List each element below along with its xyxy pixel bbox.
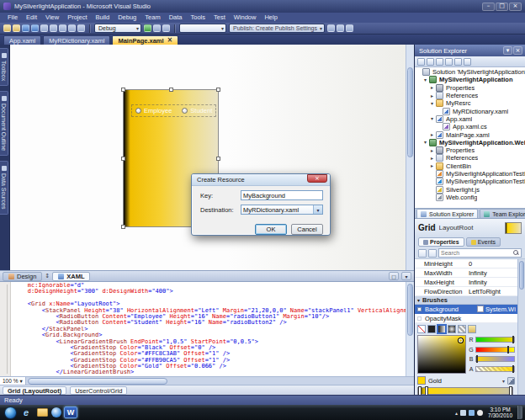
collapse-pane-icon[interactable]: ▾ (401, 272, 411, 280)
code-line[interactable]: <GradientStop Color="Gold" Offset="0.066… (13, 364, 406, 369)
background-property-row[interactable]: Background System.Wind (415, 305, 517, 314)
editor-horizontal-scrollbar[interactable] (26, 377, 414, 385)
cut-icon[interactable] (40, 24, 48, 32)
editor-vertical-scrollbar[interactable] (406, 282, 414, 376)
resize-handle[interactable] (216, 88, 220, 92)
breadcrumb-path[interactable]: UserControl/Grid (70, 386, 127, 395)
opacitymask-property-row[interactable]: OpacityMask (415, 314, 517, 323)
expand-icon[interactable]: ▸ (429, 156, 435, 161)
close-button[interactable]: × (509, 3, 522, 11)
slider-thumb[interactable] (507, 346, 509, 354)
show-desktop-button[interactable] (517, 406, 522, 419)
open-file-icon[interactable] (13, 24, 20, 32)
autohide-tab-toolbox[interactable]: Toolbox (0, 48, 8, 86)
scrollbar-thumb[interactable] (28, 378, 167, 385)
code-line[interactable]: <Grid.Background> (13, 332, 406, 338)
menu-item-team[interactable]: Team (141, 13, 164, 23)
color-field[interactable] (417, 335, 466, 374)
brush-resource-icon[interactable] (468, 325, 476, 333)
property-value[interactable]: 0 (469, 260, 516, 268)
dialog-title-bar[interactable]: Create Resource × (192, 174, 330, 186)
doc-tab-mainpage-xaml[interactable]: MainPage.xaml× (112, 35, 178, 45)
key-input[interactable] (241, 190, 323, 200)
brushes-category[interactable]: ▾ Brushes (415, 296, 517, 305)
tree-item-app-xaml[interactable]: ▾App.xaml (415, 115, 525, 123)
platform-combo[interactable]: ▾ (179, 24, 226, 33)
categorize-icon[interactable] (418, 249, 427, 258)
tab-team-explorer[interactable]: Team Explorer (480, 209, 525, 218)
property-row-minheight[interactable]: MinHeight0 (415, 259, 517, 268)
design-surface[interactable]: Employee Student Create Resource × Key: (9, 45, 406, 270)
menu-item-help[interactable]: Help (260, 13, 281, 23)
ok-button[interactable]: OK (255, 224, 287, 235)
resize-handle[interactable] (216, 157, 220, 161)
tree-item-app-xaml-cs[interactable]: App.xaml.cs (415, 123, 525, 130)
property-marker-icon[interactable] (417, 316, 422, 321)
menu-item-test[interactable]: Test (209, 13, 230, 23)
copy-icon[interactable] (50, 24, 57, 32)
properties-icon[interactable] (464, 58, 471, 66)
tab-design[interactable]: Design (3, 272, 42, 281)
code-line[interactable]: <GradientStop Color="#FFB90CA5" Offset="… (13, 358, 406, 364)
code-line[interactable]: <RadioButton Content="Student" Height="1… (13, 320, 406, 326)
xaml-editor[interactable]: mc:Ignorable="d" d:DesignHeight="300" d:… (0, 281, 414, 376)
design-vertical-scrollbar[interactable] (406, 45, 414, 270)
property-value[interactable]: LeftToRight (469, 288, 516, 295)
collapse-icon[interactable]: ▾ (429, 116, 435, 121)
destination-combo[interactable]: MyRDictionary.xaml▾ (241, 205, 323, 215)
taskbar-clock[interactable]: 3:10 PM 7/30/2010 (485, 407, 515, 419)
refresh-icon[interactable] (436, 58, 443, 66)
menu-item-debug[interactable]: Debug (114, 13, 141, 23)
radio-employee[interactable]: Employee (135, 107, 172, 114)
property-marker-icon[interactable] (417, 307, 422, 311)
tree-item-myrdictionary-xaml[interactable]: MyRDictionary.xaml (415, 107, 525, 114)
maximize-button[interactable]: □ (496, 3, 508, 11)
null-brush-icon[interactable] (417, 325, 426, 333)
collapse-icon[interactable]: ▾ (422, 77, 428, 82)
sort-alpha-icon[interactable] (428, 249, 437, 258)
channel-g-slider[interactable] (475, 347, 515, 353)
toolbox-icon[interactable] (346, 24, 353, 32)
stack-panel[interactable]: Employee Student (132, 105, 215, 116)
undo-icon[interactable] (68, 24, 76, 32)
expand-icon[interactable]: ▸ (429, 93, 435, 98)
brush-preview-swatch[interactable] (505, 222, 522, 234)
break-all-icon[interactable] (153, 24, 161, 32)
gradient-stops-bar[interactable] (417, 387, 513, 395)
expand-icon[interactable]: ▸ (429, 85, 435, 90)
code-line[interactable]: </LinearGradientBrush> (13, 369, 406, 375)
stop-debug-icon[interactable] (162, 24, 170, 32)
code-line[interactable]: <LinearGradientBrush EndPoint="1,0.5" St… (13, 339, 406, 345)
paste-icon[interactable] (59, 24, 66, 32)
property-value[interactable]: Infinity (469, 279, 516, 286)
publish-combo[interactable]: Publish: Create Publish Settings▾ (229, 24, 325, 33)
breadcrumb-element[interactable]: Grid (LayoutRoot) (3, 386, 66, 395)
doc-tab-myrdictionary-xaml[interactable]: MyRDictionary.xaml (43, 35, 110, 45)
code-line[interactable]: <GradientStop Color="Black" Offset="0" /… (13, 345, 406, 351)
radio-student[interactable]: Student (182, 107, 212, 114)
menu-item-file[interactable]: File (3, 13, 22, 23)
code-line[interactable]: <GradientStop Color="#FFC8C3AB" Offset="… (13, 351, 406, 357)
zoom-combo[interactable]: 100 %▾ (0, 377, 26, 385)
tree-item-mainpage-xaml[interactable]: ▸MainPage.xaml (415, 130, 525, 138)
color-dropdown-icon[interactable]: ▾ (502, 378, 505, 384)
title-bar[interactable]: MySilverlightApplication - Microsoft Vis… (0, 0, 525, 13)
start-button[interactable] (4, 407, 17, 419)
view-code-icon[interactable] (445, 58, 453, 66)
code-line[interactable]: <RadioButton Content="Employee" Height="… (13, 314, 406, 320)
slider-thumb[interactable] (512, 336, 514, 343)
code-line[interactable]: <StackPanel Height="38" HorizontalAlignm… (13, 308, 406, 314)
tree-item-references[interactable]: ▸References (415, 92, 525, 99)
tray-icon-3[interactable] (477, 410, 483, 416)
tree-item-mysilverlightapplication-web[interactable]: ▾MySilverlightApplication.Web (415, 139, 525, 146)
properties-window-icon[interactable] (337, 24, 344, 32)
taskbar-ie-icon[interactable]: e (19, 407, 33, 418)
tree-item-web-config[interactable]: Web.config (415, 194, 525, 201)
tray-icon-1[interactable] (460, 410, 466, 416)
resize-handle[interactable] (121, 225, 125, 229)
property-row-maxheight[interactable]: MaxHeightInfinity (415, 278, 517, 287)
gradient-stop[interactable] (509, 386, 512, 395)
split-view-icon[interactable]: □ (389, 272, 399, 280)
autohide-tab-document-outline[interactable]: Document Outline (0, 91, 8, 156)
code-line[interactable]: <Grid x:Name="LayoutRoot"> (13, 301, 406, 307)
